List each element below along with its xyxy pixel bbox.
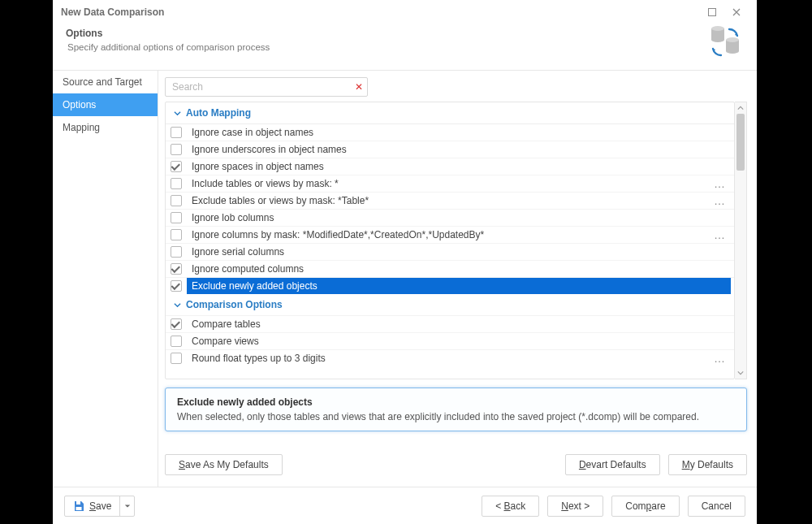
group-header-comparison[interactable]: Comparison Options <box>166 294 734 315</box>
checkbox[interactable] <box>171 280 182 292</box>
save-icon <box>73 500 84 512</box>
sidebar-item-source-target[interactable]: Source and Target <box>53 71 158 93</box>
option-label: Ignore case in object names <box>192 127 313 138</box>
maximize-icon <box>708 8 716 16</box>
svg-point-2 <box>726 37 739 42</box>
option-row[interactable]: Compare views <box>166 332 734 349</box>
option-label: Ignore underscores in object names <box>192 144 347 155</box>
option-row[interactable]: Ignore serial columns <box>166 243 734 260</box>
sidebar-item-label: Source and Target <box>63 76 142 88</box>
chevron-down-icon <box>174 110 181 117</box>
group-title: Comparison Options <box>186 299 283 310</box>
vertical-scrollbar[interactable] <box>735 102 747 379</box>
search-clear-icon[interactable]: ✕ <box>355 81 363 93</box>
cancel-button[interactable]: Cancel <box>688 496 745 517</box>
option-label: Ignore serial columns <box>192 246 284 258</box>
save-dropdown-toggle[interactable] <box>119 496 134 516</box>
option-label: Compare views <box>192 336 259 347</box>
devart-defaults-button[interactable]: Devart Defaults <box>565 454 660 475</box>
option-row[interactable]: Exclude tables or views by mask: *Table*… <box>166 192 734 209</box>
ellipsis-icon[interactable]: … <box>714 228 726 241</box>
window-close-button[interactable] <box>724 1 749 24</box>
sidebar: Source and Target Options Mapping <box>53 71 158 487</box>
my-defaults-button[interactable]: My Defaults <box>668 454 747 475</box>
window-title: New Data Comparison <box>61 6 164 18</box>
sidebar-item-options[interactable]: Options <box>53 93 158 116</box>
option-label: Ignore columns by mask: *ModifiedDate*,*… <box>192 229 484 240</box>
chevron-down-icon <box>174 301 181 309</box>
search-input[interactable] <box>165 77 368 97</box>
scroll-thumb[interactable] <box>736 114 745 171</box>
option-row[interactable]: Ignore case in object names <box>166 123 734 141</box>
scroll-down-icon[interactable] <box>735 367 746 379</box>
save-split-button[interactable]: Save <box>64 496 135 517</box>
ellipsis-icon[interactable]: … <box>714 177 726 190</box>
option-label: Ignore spaces in object names <box>192 161 324 172</box>
footer: Save < Back Next > Compare Cancel <box>53 487 757 524</box>
option-description-box: Exclude newly added objects When selecte… <box>165 388 747 431</box>
checkbox[interactable] <box>171 127 182 138</box>
window-maximize-button[interactable] <box>700 1 724 24</box>
svg-rect-3 <box>76 501 80 505</box>
option-label: Exclude newly added objects <box>192 280 317 292</box>
header-title: Options <box>66 28 706 39</box>
option-label: Round float types up to 3 digits <box>192 353 326 364</box>
checkbox[interactable] <box>171 178 182 189</box>
description-text: When selected, only those tables and vie… <box>177 411 735 422</box>
checkbox[interactable] <box>171 144 182 155</box>
group-header-auto-mapping[interactable]: Auto Mapping <box>166 102 734 123</box>
option-row[interactable]: Ignore spaces in object names <box>166 158 734 175</box>
options-list: Auto Mapping Ignore case in object names… <box>165 102 735 379</box>
sidebar-item-label: Options <box>63 99 96 110</box>
svg-point-1 <box>711 26 724 31</box>
header: Options Specify additional options of co… <box>53 24 757 70</box>
option-label: Include tables or views by mask: * <box>192 178 339 189</box>
checkbox[interactable] <box>171 353 182 364</box>
option-label: Ignore computed columns <box>192 263 304 275</box>
caret-down-icon <box>124 503 131 509</box>
option-label: Exclude tables or views by mask: *Table* <box>192 195 369 206</box>
option-row[interactable]: Ignore lob columns <box>166 209 734 226</box>
checkbox[interactable] <box>171 336 182 347</box>
option-row[interactable]: Ignore columns by mask: *ModifiedDate*,*… <box>166 226 734 243</box>
checkbox[interactable] <box>171 263 182 275</box>
checkbox[interactable] <box>171 229 182 240</box>
close-icon <box>732 8 741 16</box>
option-row[interactable]: Exclude newly added objects <box>166 277 734 294</box>
description-title: Exclude newly added objects <box>177 396 735 408</box>
option-label: Compare tables <box>192 318 261 330</box>
option-row[interactable]: Include tables or views by mask: * … <box>166 175 734 192</box>
option-row[interactable]: Compare tables <box>166 315 734 332</box>
sidebar-item-label: Mapping <box>63 122 100 133</box>
title-bar: New Data Comparison <box>53 0 757 24</box>
option-row[interactable]: Ignore underscores in object names <box>166 141 734 158</box>
compare-button[interactable]: Compare <box>611 496 679 517</box>
group-title: Auto Mapping <box>186 107 251 119</box>
next-button[interactable]: Next > <box>547 496 603 517</box>
svg-rect-0 <box>709 9 716 16</box>
sidebar-item-mapping[interactable]: Mapping <box>53 116 158 139</box>
ellipsis-icon[interactable]: … <box>714 352 726 365</box>
back-button[interactable]: < Back <box>482 496 539 517</box>
option-row[interactable]: Round float types up to 3 digits … <box>166 349 734 366</box>
checkbox[interactable] <box>171 246 182 258</box>
compare-db-icon <box>706 26 744 58</box>
checkbox[interactable] <box>171 195 182 206</box>
option-row[interactable]: Ignore computed columns <box>166 260 734 277</box>
main-panel: ✕ Auto Mapping Ignore case in object nam… <box>158 71 757 487</box>
svg-rect-4 <box>76 507 82 510</box>
option-label: Ignore lob columns <box>192 212 274 223</box>
header-subtitle: Specify additional options of comparison… <box>66 42 706 52</box>
dialog-window: New Data Comparison Options Specify addi… <box>53 0 757 524</box>
scroll-up-icon[interactable] <box>735 102 746 114</box>
checkbox[interactable] <box>171 212 182 223</box>
checkbox[interactable] <box>171 161 182 172</box>
save-my-defaults-button[interactable]: Save As My Defaults <box>165 454 283 475</box>
save-button[interactable]: Save <box>65 496 119 516</box>
checkbox[interactable] <box>171 318 182 330</box>
scroll-track[interactable] <box>735 114 746 367</box>
ellipsis-icon[interactable]: … <box>714 194 726 207</box>
